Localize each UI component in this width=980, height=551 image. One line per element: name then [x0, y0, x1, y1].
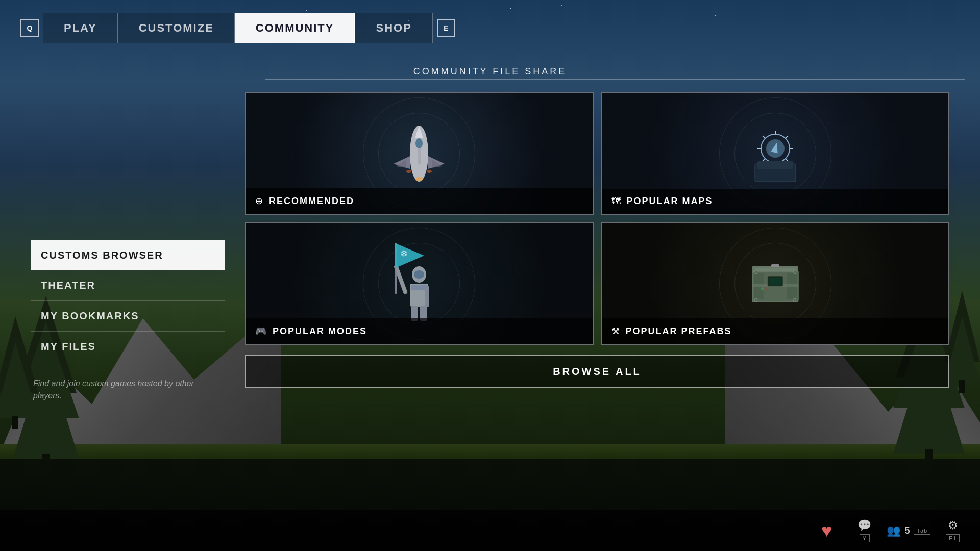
chat-icon: 💬 — [857, 519, 871, 532]
title-line — [265, 79, 965, 80]
content-grid: ⊕ RECOMMENDED — [245, 92, 949, 402]
settings-button[interactable]: ⚙ F1 — [946, 519, 960, 542]
players-key: Tab — [914, 527, 930, 535]
chat-button[interactable]: 💬 Y — [857, 519, 871, 542]
grid-row-1: ⊕ RECOMMENDED — [245, 92, 949, 215]
nav-key-left: Q — [20, 19, 39, 37]
settings-key: F1 — [946, 534, 960, 542]
card-prefabs-label: ⚒ POPULAR PREFABS — [602, 318, 949, 344]
sidebar-description: Find and join custom games hosted by oth… — [31, 378, 225, 402]
sidebar-item-customs-browser[interactable]: CUSTOMS BROWSER — [31, 240, 225, 270]
card-popular-maps[interactable]: 🗺 POPULAR MAPS — [601, 92, 950, 215]
nav-key-right: E — [437, 19, 455, 37]
recommended-label-text: RECOMMENDED — [269, 196, 354, 207]
settings-icon: ⚙ — [948, 519, 958, 532]
card-popular-modes[interactable]: ❄ 🎮 POPULAR MODES — [245, 222, 594, 345]
tab-shop[interactable]: SHOP — [355, 13, 432, 43]
page-title: COMMUNITY FILE SHARE — [413, 66, 567, 77]
prefabs-icon: ⚒ — [611, 325, 620, 337]
card-maps-label: 🗺 POPULAR MAPS — [602, 189, 949, 214]
sidebar-item-bookmarks[interactable]: MY BOOKMARKS — [31, 301, 225, 332]
browse-all-button[interactable]: BROWSE ALL — [245, 355, 949, 388]
sidebar: CUSTOMS BROWSER THEATER MY BOOKMARKS MY … — [31, 92, 225, 402]
players-button[interactable]: 👥 5 Tab — [887, 524, 930, 537]
tab-play[interactable]: PLAY — [43, 13, 118, 43]
card-popular-prefabs[interactable]: ⚒ POPULAR PREFABS — [601, 222, 950, 345]
main-content: COMMUNITY FILE SHARE CUSTOMS BROWSER THE… — [0, 56, 980, 551]
card-modes-label: 🎮 POPULAR MODES — [246, 318, 593, 344]
prefabs-label-text: POPULAR PREFABS — [626, 326, 732, 337]
players-count: 5 — [904, 525, 910, 536]
grid-row-2: ❄ 🎮 POPULAR MODES — [245, 222, 949, 345]
recommended-icon: ⊕ — [255, 195, 263, 207]
card-recommended-label: ⊕ RECOMMENDED — [246, 188, 593, 214]
heart-icon: ♥ — [821, 520, 832, 541]
players-icon: 👥 — [887, 524, 900, 537]
tab-community[interactable]: COMMUNITY — [235, 13, 355, 43]
modes-label-text: POPULAR MODES — [273, 326, 367, 337]
vertical-separator — [265, 79, 265, 510]
maps-icon: 🗺 — [611, 196, 621, 207]
top-nav: Q PLAY CUSTOMIZE COMMUNITY SHOP E — [0, 0, 980, 56]
card-recommended[interactable]: ⊕ RECOMMENDED — [245, 92, 594, 215]
content-layout: CUSTOMS BROWSER THEATER MY BOOKMARKS MY … — [0, 92, 980, 402]
chat-key: Y — [860, 534, 870, 542]
maps-label-text: POPULAR MAPS — [627, 196, 713, 207]
sidebar-item-theater[interactable]: THEATER — [31, 270, 225, 301]
bottom-bar: ♥ 💬 Y 👥 5 Tab ⚙ F1 — [0, 510, 980, 551]
tab-customize[interactable]: CUSTOMIZE — [118, 13, 235, 43]
sidebar-item-files[interactable]: MY FILES — [31, 332, 225, 362]
